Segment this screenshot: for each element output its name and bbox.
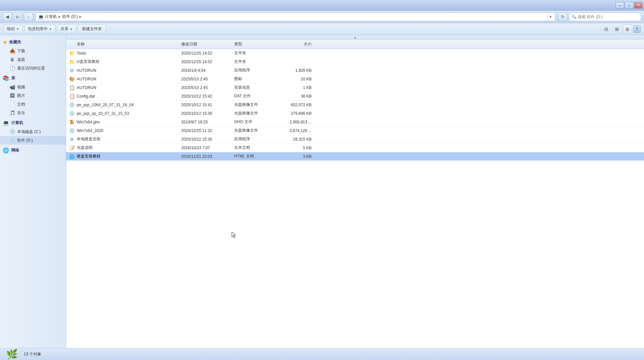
sidebar-item-download[interactable]: 📥 下载	[0, 47, 66, 55]
status-icon-img: 🌿	[6, 349, 18, 360]
up-button[interactable]: ↑	[24, 13, 33, 21]
file-icon: 📁	[69, 50, 75, 56]
file-icon: 🗜	[69, 119, 75, 125]
status-bar: 🌿 13 个对象	[0, 348, 644, 360]
file-name-cell: 📁 U盘安装教程	[69, 59, 181, 65]
sidebar: ★ 收藏夹 📥 下载 🖥 桌面 🕐 最近访问的位置 📚 库	[0, 35, 66, 348]
address-text: 计算机 ▶ 软件 (D:) ▶	[45, 14, 82, 20]
sidebar-item-drive-c[interactable]: 💿 本地磁盘 (C:)	[0, 127, 66, 136]
search-bar[interactable]: 🔍	[569, 13, 641, 21]
table-row[interactable]: ⚙ 本地硬盘安装 2020/10/12 15:30 应用程序 28,315 KB	[66, 135, 644, 144]
table-row[interactable]: 💿 Win7x64_2020 2020/12/25 11:32 光盘映像文件 3…	[66, 126, 644, 135]
column-headers: 名称 修改日期 类型 大小	[66, 40, 644, 49]
sidebar-item-image[interactable]: 🖼 图片	[0, 91, 66, 100]
maximize-button[interactable]: □	[625, 2, 633, 9]
file-date: 2016/1/8 4:54	[181, 68, 234, 73]
sidebar-drive-c-label: 本地磁盘 (C:)	[17, 129, 41, 135]
include-arrow: ▼	[49, 27, 52, 31]
close-button[interactable]: ✕	[634, 2, 643, 9]
forward-button[interactable]: ▶	[13, 13, 22, 21]
file-size: 1,926 KB	[277, 68, 317, 73]
toolbar-right: ⊟ ⊠ ⊞ ?	[602, 24, 641, 34]
table-row[interactable]: 📝 光盘说明 2016/10/23 7:07 文本文档 5 KB	[66, 144, 644, 152]
music-icon: 🎵	[9, 110, 15, 116]
refresh-button[interactable]: ↻	[558, 13, 567, 21]
table-row[interactable]: 📋 Config.dat 2020/10/12 15:42 DAT 文件 36 …	[66, 92, 644, 101]
view-details-button[interactable]: ⊞	[623, 24, 632, 34]
drive-c-icon: 💿	[9, 129, 15, 135]
table-row[interactable]: 💿 pe_yqs_xp_20_07_31_15_53 2020/10/12 15…	[66, 109, 644, 118]
share-label: 共享	[61, 26, 68, 32]
address-bar[interactable]: 💻 计算机 ▶ 软件 (D:) ▶ ▼	[36, 13, 555, 21]
sidebar-computer-header[interactable]: 💻 计算机	[0, 118, 66, 127]
col-header-size[interactable]: 大小	[277, 41, 317, 47]
document-icon: 📄	[9, 101, 15, 107]
col-header-name[interactable]: 名称	[69, 41, 181, 47]
table-row[interactable]: 💿 pe_yqs_1064_20_07_31_16_04 2020/10/12 …	[66, 101, 644, 109]
file-size: 652,072 KB	[277, 103, 317, 107]
file-type: 应用程序	[234, 136, 277, 142]
table-row[interactable]: 📁 Tools 2020/12/25 14:52 文件夹	[66, 49, 644, 58]
address-separator-2: ▶	[79, 15, 82, 19]
computer-label: 计算机	[11, 120, 23, 126]
file-area: ▲ 名称 修改日期 类型 大小 📁 Tools 2020/12/25 14:52…	[66, 35, 644, 348]
include-library-button[interactable]: 包含到库中 ▼	[24, 24, 56, 34]
image-icon: 🖼	[9, 93, 15, 99]
file-date: 2020/12/25 14:52	[181, 51, 234, 56]
address-dropdown-arrow[interactable]: ▼	[548, 13, 553, 21]
sidebar-item-drive-d[interactable]: 💿 软件 (D:)	[0, 136, 66, 145]
recent-icon: 🕐	[9, 65, 15, 71]
sidebar-item-document[interactable]: 📄 文档	[0, 100, 66, 109]
sidebar-network-header[interactable]: 🌐 网络	[0, 146, 66, 155]
table-row[interactable]: 📁 U盘安装教程 2020/12/25 14:52 文件夹	[66, 58, 644, 66]
sidebar-item-music[interactable]: 🎵 音乐	[0, 109, 66, 117]
title-bar: ─ □ ✕	[0, 0, 644, 11]
sidebar-item-recent[interactable]: 🕐 最近访问的位置	[0, 64, 66, 72]
sidebar-library-header[interactable]: 📚 库	[0, 74, 66, 83]
minimize-button[interactable]: ─	[616, 2, 624, 9]
file-name-cell: 💿 pe_yqs_xp_20_07_31_15_53	[69, 111, 181, 116]
favorites-label: 收藏夹	[9, 39, 21, 45]
file-date: 2019/9/7 19:25	[181, 120, 234, 124]
include-library-label: 包含到库中	[28, 26, 48, 32]
sidebar-favorites-header[interactable]: ★ 收藏夹	[0, 38, 66, 47]
share-arrow: ▼	[70, 27, 73, 31]
table-row[interactable]: 🎨 AUTORUN 2015/5/10 2:45 图标 10 KB	[66, 75, 644, 83]
help-button[interactable]: ?	[633, 25, 641, 33]
table-row[interactable]: 🌐 硬盘安装教程 2016/11/21 22:03 HTML 文档 3 KB	[66, 152, 644, 161]
file-date: 2016/11/21 22:03	[181, 154, 234, 159]
file-name-cell: 🎨 AUTORUN	[69, 76, 181, 82]
sidebar-item-video[interactable]: 📹 视频	[0, 83, 66, 91]
network-label: 网络	[11, 148, 19, 153]
file-date: 2020/10/12 15:42	[181, 94, 234, 99]
sidebar-item-desktop[interactable]: 🖥 桌面	[0, 55, 66, 64]
col-header-type[interactable]: 类型	[234, 41, 277, 47]
file-icon: 📝	[69, 145, 75, 151]
organize-button[interactable]: 组织 ▼	[3, 24, 23, 34]
scroll-up-indicator[interactable]: ▲	[66, 35, 644, 40]
file-icon: 📁	[69, 59, 75, 65]
sidebar-desktop-label: 桌面	[17, 57, 25, 63]
table-row[interactable]: ⚙ AUTORUN 2016/1/8 4:54 应用程序 1,926 KB	[66, 66, 644, 75]
download-icon: 📥	[9, 48, 15, 54]
search-input[interactable]	[578, 15, 638, 19]
table-row[interactable]: 🗜 Win7x64.gho 2019/9/7 19:25 GHO 文件 2,90…	[66, 118, 644, 126]
table-row[interactable]: 📋 AUTORUN 2015/5/10 2:45 安装信息 1 KB	[66, 83, 644, 92]
organize-label: 组织	[7, 26, 15, 32]
file-date: 2020/12/25 11:32	[181, 128, 234, 133]
file-name: 本地硬盘安装	[77, 136, 101, 142]
view-size-button[interactable]: ⊠	[612, 24, 622, 34]
status-app-icon: 🌿	[5, 349, 19, 360]
file-name-cell: 💿 pe_yqs_1064_20_07_31_16_04	[69, 102, 181, 108]
sidebar-section-network: 🌐 网络	[0, 146, 66, 155]
view-toggle-button[interactable]: ⊟	[602, 24, 611, 34]
col-header-date[interactable]: 修改日期	[181, 41, 234, 47]
file-name: AUTORUN	[77, 85, 96, 90]
file-date: 2020/10/12 15:41	[181, 103, 234, 107]
back-button[interactable]: ◀	[3, 13, 12, 21]
file-icon: 🎨	[69, 76, 75, 82]
file-name: pe_yqs_1064_20_07_31_16_04	[77, 103, 134, 107]
share-button[interactable]: 共享 ▼	[57, 24, 76, 34]
new-folder-button[interactable]: 新建文件夹	[78, 24, 106, 34]
sidebar-music-label: 音乐	[17, 110, 25, 116]
